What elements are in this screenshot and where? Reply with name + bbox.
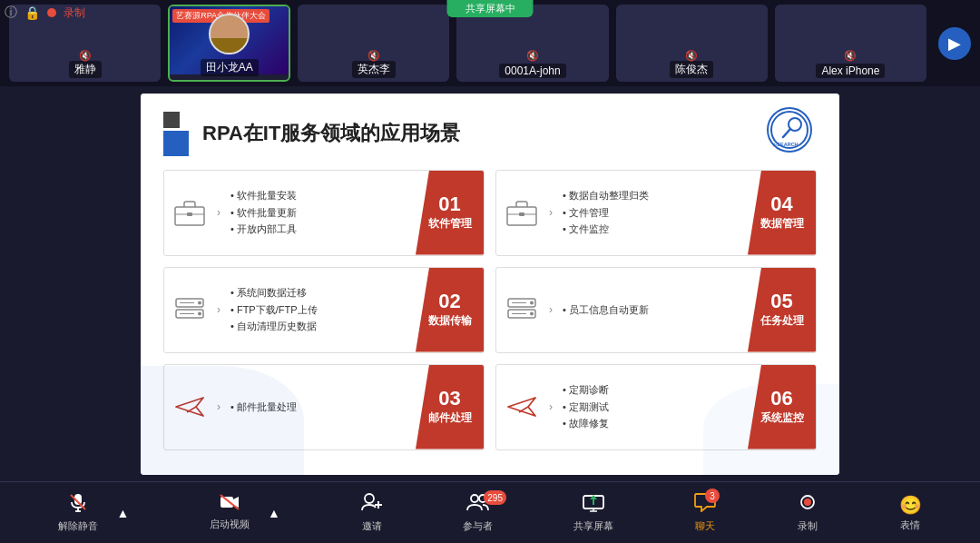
icon-rect-blue [163,131,189,156]
record-button[interactable]: 录制 [797,492,818,533]
camera-off-icon [220,494,240,514]
card-01: › • 软件批量安装 • 软件批量更新 • 开放内部工具 01 软件管理 [163,170,485,256]
reaction-icon: 😊 [899,494,922,516]
svg-text:i-SEARCH: i-SEARCH [774,142,799,147]
slide-container: RPA在IT服务领域的应用场景 i-SEARCH [141,94,839,475]
svg-point-36 [471,495,478,502]
logo-svg: i-SEARCH [769,110,809,150]
card-badge-02: 02 数据传输 [416,268,484,352]
chat-badge: 3 [705,489,720,503]
card-badge-01: 01 软件管理 [416,171,484,255]
share-screen-label: 共享屏幕 [573,519,613,533]
card-badge-06: 06 系统监控 [748,365,816,449]
icon-rect-dark [163,112,180,128]
svg-point-19 [530,312,534,316]
participants-button[interactable]: 295 参与者 [463,492,493,533]
share-screen-icon [583,492,604,517]
card-content-02: • 系统间数据迁移 • FTP下载/FTP上传 • 自动清理历史数据 [223,279,416,341]
mute-label: 解除静音 [58,519,98,533]
share-bar: 共享屏幕中 [447,0,534,17]
participant-tile: Alex iPhone 🔇 [775,5,926,82]
main-content: RPA在IT服务领域的应用场景 i-SEARCH [0,86,980,481]
svg-rect-30 [220,497,233,508]
reaction-button[interactable]: 😊 表情 [899,494,922,532]
record-label: 录制 [64,5,85,21]
presenter-name: 田小龙AA [201,59,259,76]
svg-point-18 [530,301,534,305]
card-icon-plane-6 [496,365,546,449]
mic-muted-icon: 🔇 [526,50,539,62]
record-toolbar-label: 录制 [798,519,818,533]
slide-header: RPA在IT服务领域的应用场景 [163,112,817,156]
participant-name: 0001A-john [499,64,565,78]
card-content-04: • 数据自动整理归类 • 文件管理 • 文件监控 [555,182,748,243]
slide-icon [163,112,189,156]
card-05: › • 员工信息自动更新 05 任务处理 [495,267,817,353]
mic-muted-icon: 🔇 [844,50,857,62]
mute-button[interactable]: 解除静音 [58,492,98,533]
mic-muted-icon: 🔇 [79,50,92,62]
card-badge-03: 03 邮件处理 [416,365,484,449]
card-icon-server-5 [496,268,546,352]
mic-muted-icon: 🔇 [368,50,380,62]
video-button[interactable]: 启动视频 [210,494,250,531]
participants-count-badge: 295 [484,490,506,505]
card-content-01: • 软件批量安装 • 软件批量更新 • 开放内部工具 [223,182,416,243]
card-icon-briefcase-4 [496,171,546,255]
card-icon-server-2 [164,268,214,352]
participants-label: 参与者 [463,519,493,533]
record-dot [47,8,56,17]
presenter-tile: 艺赛源RPA合作伙伴大会 田小龙AA [168,5,290,82]
invite-icon [361,492,383,517]
svg-rect-9 [519,212,524,216]
mute-chevron-icon[interactable]: ▲ [116,506,129,520]
participant-name: 陈俊杰 [670,61,713,78]
svg-point-43 [804,499,811,506]
svg-line-2 [783,129,790,137]
logo-circle: i-SEARCH [767,107,812,153]
participant-name: Alex iPhone [816,64,885,78]
svg-point-13 [198,312,201,316]
slide-logo: i-SEARCH [767,107,821,153]
chat-button[interactable]: 3 聊天 [694,492,716,533]
video-group: 启动视频 ▲ [210,494,280,531]
card-02: › • 系统间数据迁移 • FTP下载/FTP上传 • 自动清理历史数据 02 … [163,267,485,353]
card-06: › • 定期诊断 • 定期测试 • 故障修复 06 系统监控 [495,364,817,450]
participant-name: 雅静 [69,61,102,78]
invite-button[interactable]: 邀请 [361,492,383,533]
card-badge-04: 04 数据管理 [748,171,816,255]
bottom-toolbar: 解除静音 ▲ 启动视频 ▲ [0,481,980,543]
lock-icon: 🔒 [24,5,40,20]
mute-group: 解除静音 ▲ [58,492,129,533]
slide-inner: RPA在IT服务领域的应用场景 i-SEARCH [141,94,839,475]
share-screen-button[interactable]: 共享屏幕 [573,492,613,533]
video-label: 启动视频 [210,518,250,531]
reaction-label: 表情 [900,518,920,532]
mic-off-icon [68,496,88,516]
participant-tile: 陈俊杰 🔇 [616,5,768,82]
info-bar: ⓘ 🔒 录制 [5,5,85,21]
participant-name: 英杰李 [352,61,396,78]
card-04: › • 数据自动整理归类 • 文件管理 • 文件监控 04 数据管理 [495,170,817,256]
invite-label: 邀请 [362,519,382,533]
mic-muted-icon: 🔇 [685,50,698,62]
svg-point-33 [365,494,374,503]
info-icon[interactable]: ⓘ [5,5,17,21]
participants-next-button[interactable]: ▶ [938,27,971,60]
svg-rect-6 [187,212,192,216]
svg-marker-24 [508,398,535,416]
card-icon-briefcase-1 [164,171,214,255]
slide-title: RPA在IT服务领域的应用场景 [202,120,460,147]
participant-tile: 英杰李 🔇 [298,5,449,82]
card-content-05: • 员工信息自动更新 [555,296,748,324]
card-badge-05: 05 任务处理 [748,268,816,352]
video-chevron-icon[interactable]: ▲ [268,506,280,520]
record-icon [797,492,818,517]
svg-point-12 [198,301,201,305]
chat-label: 聊天 [695,519,715,533]
slide-decoration [141,366,304,475]
